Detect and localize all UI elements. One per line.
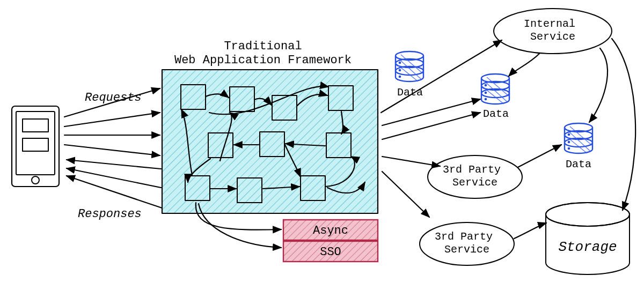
- svg-point-18: [32, 176, 39, 184]
- db-top: [396, 51, 423, 81]
- client-device: [12, 106, 59, 187]
- storage-label: Storage: [558, 239, 617, 255]
- svg-point-60: [568, 141, 570, 144]
- response-arrows: [67, 160, 162, 208]
- svg-point-42: [399, 69, 401, 72]
- diagram-title: Traditional Web Application Framework: [174, 40, 352, 67]
- framework-addons: Async SSO: [283, 220, 378, 262]
- svg-point-61: [568, 147, 570, 150]
- svg-line-38: [398, 58, 421, 79]
- svg-point-50: [485, 84, 487, 87]
- db-middle: [481, 74, 509, 104]
- svg-text:Traditional: Traditional: [224, 40, 302, 53]
- responses-label: Responses: [78, 207, 142, 221]
- svg-line-47: [484, 80, 507, 102]
- architecture-diagram: Requests Responses Traditional Web Appli…: [0, 0, 644, 290]
- db-middle-label: Data: [483, 108, 509, 120]
- svg-point-52: [485, 98, 487, 101]
- framework-box: [162, 70, 378, 213]
- svg-text:Web Application Framework: Web Application Framework: [174, 54, 352, 67]
- svg-point-43: [399, 76, 401, 78]
- svg-rect-15: [16, 111, 55, 175]
- svg-rect-17: [23, 138, 48, 151]
- svg-line-56: [567, 130, 590, 151]
- addon-sso-label: SSO: [320, 246, 341, 259]
- svg-text:3rd Party
      Service: 3rd Party Service: [435, 230, 499, 256]
- svg-point-51: [485, 92, 487, 94]
- internal-service: Internal Service: [494, 9, 612, 54]
- db-right-label: Data: [566, 158, 591, 170]
- svg-point-59: [568, 133, 570, 136]
- db-right: [565, 123, 592, 153]
- storage-cylinder: Storage: [546, 203, 630, 274]
- svg-point-41: [399, 62, 401, 64]
- svg-rect-16: [23, 119, 48, 132]
- db-top-label: Data: [397, 86, 423, 99]
- svg-rect-21: [162, 70, 378, 213]
- svg-point-69: [546, 203, 630, 226]
- svg-text:3rd Party
      Service: 3rd Party Service: [443, 163, 507, 189]
- addon-async-label: Async: [313, 224, 348, 237]
- third-party-service-1: 3rd Party Service: [428, 155, 522, 198]
- svg-text:Internal
      Service: Internal Service: [524, 18, 582, 43]
- third-party-service-2: 3rd Party Service: [420, 222, 514, 265]
